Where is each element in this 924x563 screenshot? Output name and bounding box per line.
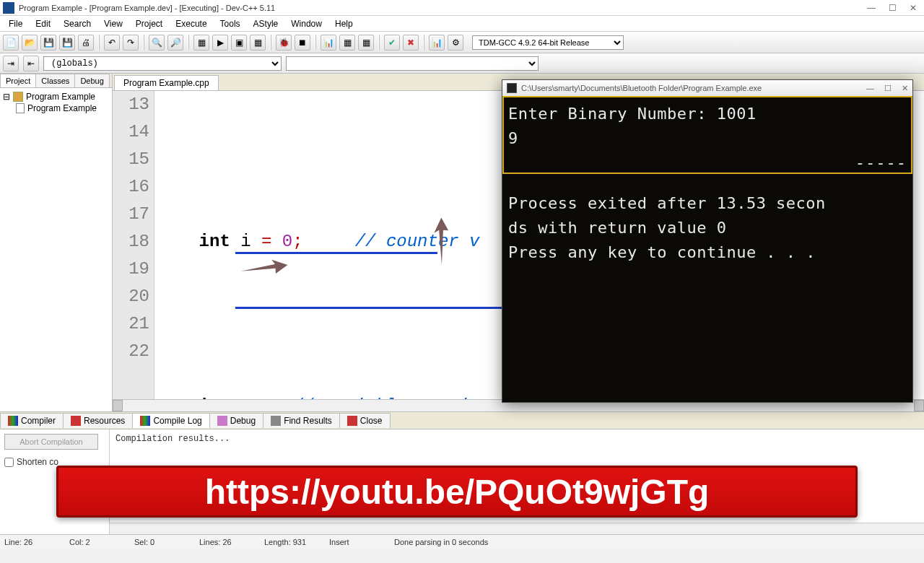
tree-file-label: Program Example (27, 103, 97, 113)
debug-icon (217, 416, 227, 426)
tree-file[interactable]: Program Example (3, 102, 109, 114)
app-icon (3, 2, 14, 14)
close-icon (347, 416, 357, 426)
back-icon[interactable]: ⇤ (23, 56, 39, 71)
find-icon (271, 416, 281, 426)
scope-dropdown[interactable]: (globals) (43, 56, 282, 71)
sidebar-tab-debug[interactable]: Debug (74, 74, 109, 87)
bottom-tab-findresults[interactable]: Find Results (263, 413, 340, 428)
console-icon (507, 83, 517, 93)
bottom-tab-compiler[interactable]: Compiler (0, 413, 64, 428)
project-sidebar: Project Classes Debug ⊟ Program Example … (0, 74, 113, 411)
console-min-button[interactable]: — (866, 84, 874, 93)
toolbar-main: 📄 📂 💾 💾 🖨 ↶ ↷ 🔍 🔎 ▦ ▶ ▣ ▦ 🐞 ⏹ 📊 ▦ ▦ ✔ ✖ … (0, 32, 924, 53)
compile-run-icon[interactable]: ▣ (231, 35, 247, 51)
sidebar-tab-classes[interactable]: Classes (35, 74, 75, 87)
members-dropdown[interactable] (286, 56, 539, 71)
underline-annotation (235, 252, 437, 254)
tree-root-label: Program Example (26, 92, 95, 102)
print-icon[interactable]: 🖨 (78, 35, 94, 51)
menu-execute[interactable]: Execute (170, 17, 212, 30)
bottom-tab-resources[interactable]: Resources (63, 413, 133, 428)
console-line: Press any key to continue . . . (508, 240, 907, 265)
console-titlebar[interactable]: C:\Users\smarty\Documents\Bluetooth Fold… (502, 80, 912, 96)
line-gutter: 131415 161718 192021 22 (113, 91, 154, 399)
folder-icon (13, 92, 23, 102)
console-line: 9 (508, 126, 907, 151)
bottom-tab-close[interactable]: Close (339, 413, 391, 428)
underline-annotation (235, 307, 502, 309)
tree-root[interactable]: ⊟ Program Example (3, 91, 109, 102)
find-icon[interactable]: 🔍 (149, 35, 165, 51)
title-bar: Program Example - [Program Example.dev] … (0, 0, 924, 16)
console-line: Process exited after 13.53 secon (508, 191, 907, 216)
status-line: Line: 26 (4, 538, 48, 546)
abort-button[interactable]: Abort Compilation (4, 434, 98, 450)
close-button[interactable]: ✕ (910, 3, 917, 13)
console-close-button[interactable]: ✕ (902, 84, 908, 93)
status-lines: Lines: 26 (199, 538, 243, 546)
chart-icon[interactable]: 📊 (429, 35, 445, 51)
compiler-icon (8, 416, 18, 426)
menu-bar: File Edit Search View Project Execute To… (0, 16, 924, 32)
goto-icon[interactable]: ⇥ (3, 56, 19, 71)
undo-icon[interactable]: ↶ (104, 35, 120, 51)
file-icon (16, 103, 25, 113)
menu-edit[interactable]: Edit (30, 17, 56, 30)
check-icon[interactable]: ✔ (384, 35, 400, 51)
stop-icon[interactable]: ⏹ (295, 35, 310, 51)
banner-text: https://youtu.be/PQuOt9wjGTg (205, 472, 710, 512)
menu-astyle[interactable]: AStyle (248, 17, 284, 30)
tool-icon[interactable]: ▦ (339, 35, 355, 51)
status-length: Length: 931 (264, 538, 308, 546)
new-icon[interactable]: 📄 (3, 35, 19, 51)
debug-icon[interactable]: 🐞 (276, 35, 292, 51)
compiler-select[interactable]: TDM-GCC 4.9.2 64-bit Release (472, 35, 624, 50)
compile-icon[interactable]: ▦ (193, 35, 209, 51)
tool2-icon[interactable]: ▦ (358, 35, 374, 51)
log-scrollbar[interactable] (110, 523, 924, 534)
rebuild-icon[interactable]: ▦ (250, 35, 266, 51)
status-insert: Insert (329, 538, 372, 546)
url-banner: https://youtu.be/PQuOt9wjGTg (56, 466, 858, 518)
bottom-tab-debug[interactable]: Debug (209, 413, 263, 428)
status-col: Col: 2 (69, 538, 113, 546)
menu-window[interactable]: Window (285, 17, 328, 30)
console-line: Enter Binary Number: 1001 (508, 102, 907, 126)
status-sel: Sel: 0 (134, 538, 178, 546)
console-max-button[interactable]: ☐ (884, 84, 892, 93)
run-icon[interactable]: ▶ (212, 35, 228, 51)
resources-icon (71, 416, 81, 426)
console-line: ds with return value 0 (508, 216, 907, 240)
gear-icon[interactable]: ⚙ (448, 35, 463, 51)
menu-help[interactable]: Help (329, 17, 359, 30)
project-tree[interactable]: ⊟ Program Example Program Example (0, 88, 112, 117)
menu-tools[interactable]: Tools (214, 17, 246, 30)
window-title: Program Example - [Program Example.dev] … (19, 4, 867, 12)
menu-file[interactable]: File (3, 17, 28, 30)
toolbar-scope: ⇥ ⇤ (globals) (0, 53, 924, 74)
log-line: Compilation results... (116, 434, 918, 444)
console-output: Enter Binary Number: 1001 9 ----- Proces… (502, 96, 912, 271)
editor-tab[interactable]: Program Example.cpp (114, 75, 219, 90)
status-bar: Line: 26 Col: 2 Sel: 0 Lines: 26 Length:… (0, 534, 924, 549)
x-icon[interactable]: ✖ (403, 35, 419, 51)
console-window: C:\Users\smarty\Documents\Bluetooth Fold… (502, 79, 913, 403)
minimize-button[interactable]: — (867, 3, 876, 13)
menu-project[interactable]: Project (130, 17, 168, 30)
redo-icon[interactable]: ↷ (123, 35, 139, 51)
menu-view[interactable]: View (98, 17, 128, 30)
menu-search[interactable]: Search (58, 17, 97, 30)
console-title: C:\Users\smarty\Documents\Bluetooth Fold… (521, 84, 862, 92)
bottom-tab-compilelog[interactable]: Compile Log (132, 413, 209, 428)
shorten-checkbox-input[interactable] (4, 458, 14, 467)
profile-icon[interactable]: 📊 (321, 35, 336, 51)
replace-icon[interactable]: 🔎 (167, 35, 183, 51)
open-icon[interactable]: 📂 (22, 35, 38, 51)
sidebar-tab-project[interactable]: Project (0, 74, 36, 87)
saveall-icon[interactable]: 💾 (59, 35, 75, 51)
maximize-button[interactable]: ☐ (889, 3, 897, 13)
save-icon[interactable]: 💾 (40, 35, 56, 51)
console-line: ----- (508, 151, 907, 175)
compilelog-icon (140, 416, 150, 426)
